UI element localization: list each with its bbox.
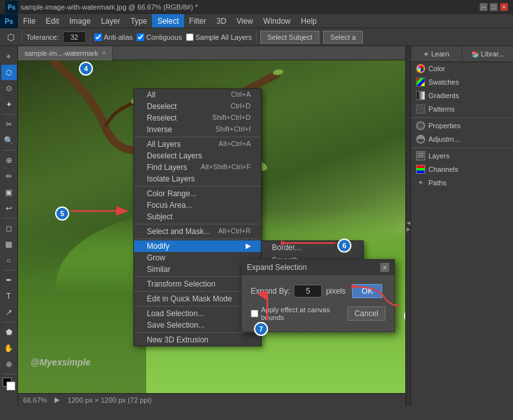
- menu-help[interactable]: Help: [296, 14, 322, 28]
- optionsbar: ⬡ Tolerance: Anti-alias Contiguous Sampl…: [0, 28, 513, 46]
- tool-select[interactable]: ⬡: [1, 65, 17, 80]
- maximize-btn[interactable]: □: [490, 3, 498, 11]
- tool-path-select[interactable]: ↗: [1, 305, 17, 320]
- dialog-cancel-btn[interactable]: Cancel: [348, 307, 385, 321]
- tool-blur[interactable]: ○: [1, 253, 17, 268]
- menu-sep2: [134, 186, 261, 187]
- apply-effects-checkbox[interactable]: [251, 310, 258, 317]
- menu-filter[interactable]: Filter: [184, 14, 212, 28]
- properties-icon: ⓘ: [416, 121, 425, 130]
- tool-pen[interactable]: ✒: [1, 273, 17, 288]
- tool-zoom[interactable]: ⊕: [1, 357, 17, 372]
- menu-color-range[interactable]: Color Range...: [134, 188, 261, 199]
- menu-window[interactable]: Window: [258, 14, 296, 28]
- panel-collapse-handle[interactable]: ◀ ▶: [405, 46, 410, 406]
- menu-new-3d[interactable]: New 3D Extrusion: [134, 334, 261, 346]
- menu-subject[interactable]: Subject: [134, 211, 261, 223]
- menu-deselect[interactable]: DeselectCtrl+D: [134, 101, 261, 112]
- panel-properties[interactable]: ⓘ Properties: [411, 119, 513, 133]
- main-area: ⌖ ⬡ ⊙ ✦ ✂ 🔍 ⊕ ✏ ▣ ↩ ◻ ▦ ○ ✒ T ↗ ⬟ ✋ ⊕: [0, 46, 513, 406]
- canvas-area: @Myexsimple 5 AllCtrl+A DeselectCtrl+D R…: [18, 60, 405, 393]
- menu-type[interactable]: Type: [125, 14, 152, 28]
- ps-logo: Ps: [5, 1, 18, 13]
- dialog-header: Expand Selection ×: [242, 260, 394, 275]
- panel-channels[interactable]: Channels: [411, 163, 513, 176]
- tool-crop[interactable]: ✂: [1, 117, 17, 132]
- tool-history[interactable]: ↩: [1, 201, 17, 216]
- menu-layer[interactable]: Layer: [96, 14, 125, 28]
- menu-reselect[interactable]: ReselectShift+Ctrl+D: [134, 112, 261, 124]
- tool-eyedropper[interactable]: 🔍: [1, 133, 17, 148]
- apply-effects-label[interactable]: Apply effect at canvas bounds: [251, 306, 344, 321]
- tool-eraser[interactable]: ◻: [1, 221, 17, 236]
- tool-shape[interactable]: ⬟: [1, 324, 17, 340]
- menu-sep3: [134, 224, 261, 224]
- menu-image[interactable]: Image: [64, 14, 96, 28]
- panel-paths[interactable]: ✦ Paths: [411, 176, 513, 190]
- sep1: [22, 31, 22, 44]
- expand-dialog: Expand Selection × Expand By: pixels OK …: [241, 259, 395, 332]
- tab-close-icon[interactable]: ×: [102, 49, 106, 56]
- antialias-checkbox-label[interactable]: Anti-alias: [94, 33, 133, 41]
- tool-move[interactable]: ⌖: [1, 49, 17, 64]
- tool-sep4: [3, 270, 15, 271]
- panel-sep1: [411, 117, 513, 118]
- menu-sep4: [134, 239, 261, 239]
- statusbar: 66.67% ▶ 1200 px × 1200 px (72 ppi): [18, 393, 405, 406]
- menu-select-mask[interactable]: Select and Mask...Alt+Ctrl+R: [134, 226, 261, 237]
- menu-all[interactable]: AllCtrl+A: [134, 89, 261, 101]
- menu-file[interactable]: File: [18, 14, 40, 28]
- tool-stamp[interactable]: ▣: [1, 185, 17, 200]
- panel-gradients[interactable]: Gradients: [411, 89, 513, 103]
- menu-view[interactable]: View: [231, 14, 258, 28]
- expand-input[interactable]: [294, 285, 322, 298]
- tool-gradient[interactable]: ▦: [1, 237, 17, 252]
- menu-inverse[interactable]: InverseShift+Ctrl+I: [134, 124, 261, 135]
- step7-badge: 7: [254, 322, 268, 336]
- contiguous-checkbox-label[interactable]: Contiguous: [137, 33, 182, 41]
- panel-swatches[interactable]: Swatches: [411, 76, 513, 89]
- menu-modify[interactable]: Modify▶ Border... Smooth... Expand... Co…: [134, 240, 261, 252]
- menu-3d[interactable]: 3D: [211, 14, 231, 28]
- tool-sep3: [3, 218, 15, 219]
- sample-all-checkbox-label[interactable]: Sample All Layers: [186, 33, 252, 41]
- select-subject-btn[interactable]: Select Subject: [260, 31, 319, 44]
- close-btn[interactable]: ×: [500, 3, 508, 11]
- tolerance-input[interactable]: [63, 31, 86, 43]
- menu-all-layers[interactable]: All LayersAlt+Ctrl+A: [134, 139, 261, 150]
- tool-spot-heal[interactable]: ⊕: [1, 153, 17, 168]
- library-tab[interactable]: 📚 Librar...: [462, 46, 513, 62]
- tool-sep5: [3, 322, 15, 323]
- menu-edit[interactable]: Edit: [40, 14, 64, 28]
- select-btn[interactable]: Select a: [323, 31, 363, 44]
- tool-hand[interactable]: ✋: [1, 340, 17, 356]
- antialias-checkbox[interactable]: [94, 33, 102, 41]
- tool-sep1: [3, 114, 15, 115]
- panel-color[interactable]: Color: [411, 62, 513, 76]
- dialog-ok-btn[interactable]: OK: [352, 284, 382, 298]
- titlebar: Ps sample-image-with-watermark.jpg @ 66.…: [0, 0, 513, 14]
- dialog-close-btn[interactable]: ×: [380, 263, 389, 272]
- color-tools: [1, 378, 17, 392]
- menu-find-layers[interactable]: Find LayersAlt+Shift+Ctrl+F: [134, 162, 261, 173]
- tool-type[interactable]: T: [1, 289, 17, 304]
- minimize-btn[interactable]: ─: [480, 3, 487, 11]
- tool-lasso[interactable]: ⊙: [1, 81, 17, 96]
- menu-select[interactable]: Select: [152, 14, 183, 28]
- tool-icon: ⬡: [4, 30, 18, 44]
- menu-isolate-layers[interactable]: Isolate Layers: [134, 173, 261, 185]
- contiguous-checkbox[interactable]: [137, 33, 144, 41]
- background-color[interactable]: [6, 382, 15, 391]
- watermark: @Myexsimple: [31, 357, 90, 367]
- tool-brush[interactable]: ✏: [1, 169, 17, 184]
- learn-tab[interactable]: ☀ Learn: [411, 46, 462, 62]
- menu-focus-area[interactable]: Focus Area...: [134, 199, 261, 211]
- panel-patterns[interactable]: Patterns: [411, 103, 513, 116]
- menu-deselect-layers[interactable]: Deselect Layers: [134, 150, 261, 162]
- sample-all-checkbox[interactable]: [186, 33, 194, 41]
- canvas-tab[interactable]: sample-im...-watermark ×: [18, 46, 113, 60]
- tool-magic-wand[interactable]: ✦: [1, 97, 17, 112]
- titlebar-controls: ─ □ ×: [480, 3, 508, 11]
- panel-adjustments[interactable]: Adjustm...: [411, 133, 513, 146]
- panel-layers[interactable]: Layers: [411, 149, 513, 163]
